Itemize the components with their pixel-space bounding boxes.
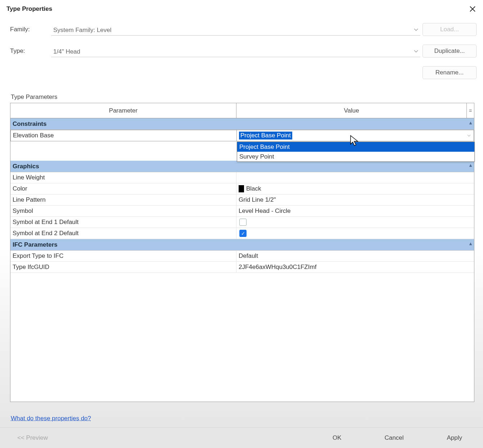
param-label: Line Pattern <box>10 195 236 205</box>
param-value[interactable]: ✓ <box>236 228 474 239</box>
selected-value: Project Base Point <box>239 132 292 140</box>
checkbox-unchecked-icon[interactable] <box>239 219 247 226</box>
type-combo[interactable]: 1/4" Head <box>51 45 420 57</box>
family-label: Family: <box>10 26 49 33</box>
type-combo-value: 1/4" Head <box>53 48 80 55</box>
type-label: Type: <box>10 47 49 55</box>
dropdown-option-project-base-point[interactable]: Project Base Point <box>237 142 474 152</box>
collapse-icon[interactable]: ▴ <box>469 120 472 125</box>
ok-button[interactable]: OK <box>325 432 349 444</box>
group-constraints[interactable]: Constraints ▴ <box>10 118 474 130</box>
param-label: Symbol <box>10 206 236 216</box>
collapse-icon[interactable]: ▴ <box>469 162 472 168</box>
chevron-down-icon <box>414 27 418 32</box>
chevron-down-icon <box>467 133 471 138</box>
param-value[interactable]: Level Head - Circle <box>236 206 474 216</box>
row-symbol-end2[interactable]: Symbol at End 2 Default ✓ <box>10 228 474 239</box>
row-line-pattern[interactable]: Line Pattern Grid Line 1/2" <box>10 195 474 206</box>
titlebar: Type Properties <box>0 0 483 14</box>
type-properties-dialog: Type Properties Family: System Family: L… <box>0 0 483 448</box>
table-header: Parameter Value = <box>10 103 474 118</box>
help-link[interactable]: What do these properties do? <box>11 415 91 422</box>
param-value[interactable]: Default <box>236 251 474 261</box>
load-button: Load... <box>423 23 477 36</box>
row-color[interactable]: Color Black <box>10 183 474 195</box>
row-type-ifcguid[interactable]: Type IfcGUID 2JF4e6axWHqu3u0C1FZImf <box>10 262 474 273</box>
row-symbol[interactable]: Symbol Level Head - Circle <box>10 206 474 217</box>
checkbox-checked-icon[interactable]: ✓ <box>239 230 247 237</box>
dropdown-option-survey-point[interactable]: Survey Point <box>237 152 474 161</box>
param-label: Elevation Base <box>11 130 237 141</box>
param-value[interactable]: 2JF4e6axWHqu3u0C1FZImf <box>236 262 474 273</box>
row-line-weight[interactable]: Line Weight <box>10 172 474 183</box>
group-graphics[interactable]: Graphics ▴ <box>10 161 474 172</box>
row-elevation-base[interactable]: Elevation Base Project Base Point <box>10 130 474 141</box>
param-label: Line Weight <box>10 172 236 183</box>
family-combo-value: System Family: Level <box>53 27 112 34</box>
family-combo[interactable]: System Family: Level <box>51 23 420 36</box>
type-parameters-label: Type Parameters <box>0 79 483 103</box>
elevation-base-dropdown[interactable]: Project Base Point Survey Point <box>237 142 475 162</box>
row-export-type-ifc[interactable]: Export Type to IFC Default <box>10 251 474 262</box>
color-swatch-icon <box>239 185 244 192</box>
param-label: Symbol at End 1 Default <box>10 217 236 228</box>
param-value[interactable]: Black <box>236 183 474 194</box>
collapse-icon[interactable]: ▴ <box>469 241 472 246</box>
group-ifc-parameters[interactable]: IFC Parameters ▴ <box>10 239 474 251</box>
chevron-down-icon <box>414 48 418 54</box>
param-label: Export Type to IFC <box>10 251 236 261</box>
param-label: Type IfcGUID <box>10 262 236 273</box>
duplicate-button[interactable]: Duplicate... <box>423 45 477 58</box>
preview-button[interactable]: << Preview <box>17 434 48 442</box>
param-value[interactable] <box>236 217 474 228</box>
param-value-dropdown[interactable]: Project Base Point <box>237 130 474 141</box>
param-label: Symbol at End 2 Default <box>10 228 236 239</box>
close-icon[interactable] <box>466 4 479 14</box>
header-form: Family: System Family: Level Load... Typ… <box>0 14 483 79</box>
row-symbol-end1[interactable]: Symbol at End 1 Default <box>10 217 474 228</box>
param-label: Color <box>10 183 236 194</box>
column-eq[interactable]: = <box>467 103 474 118</box>
rename-button[interactable]: Rename... <box>423 66 477 79</box>
dialog-title: Type Properties <box>6 5 52 13</box>
column-parameter[interactable]: Parameter <box>10 103 236 118</box>
cancel-button[interactable]: Cancel <box>378 432 411 444</box>
apply-button[interactable]: Apply <box>439 432 469 444</box>
param-value[interactable] <box>236 172 474 183</box>
param-value[interactable]: Grid Line 1/2" <box>236 195 474 205</box>
dialog-footer: << Preview OK Cancel Apply <box>0 427 483 448</box>
parameter-table: Parameter Value = Constraints ▴ Elevatio… <box>10 103 474 402</box>
column-value[interactable]: Value <box>236 103 467 118</box>
